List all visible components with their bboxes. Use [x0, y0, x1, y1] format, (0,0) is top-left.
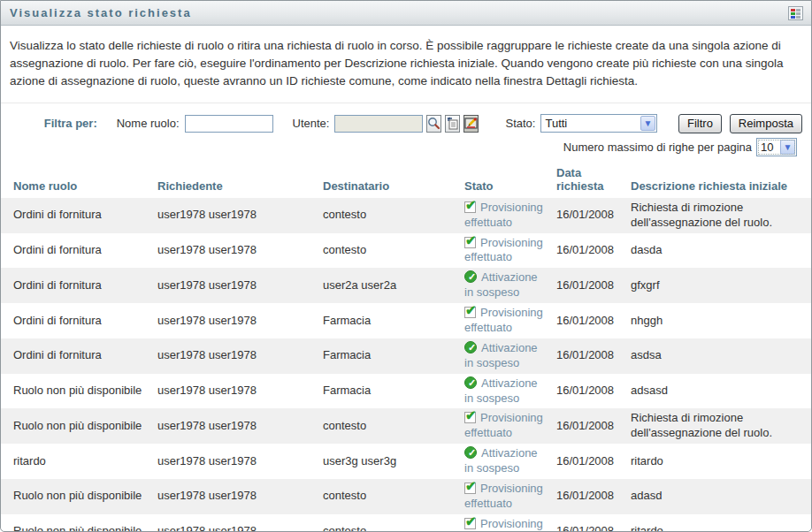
cell-role: Ruolo non più disponibile [1, 479, 157, 514]
cell-description: Richiesta di rimozione dell'assegnazione… [631, 408, 811, 444]
status-icon [464, 201, 476, 213]
status-select[interactable]: Tutti ▼ [540, 114, 657, 133]
status-icon [464, 307, 476, 318]
status-icon [464, 341, 477, 353]
col-recipient: Destinatario [323, 165, 464, 198]
filter-bar: Filtra per: Nome ruolo: Utente: [1, 103, 811, 158]
page-title: Visualizza stato richiesta [10, 6, 192, 19]
cell-date: 16/01/2008 [556, 268, 631, 303]
grid-cell-gray [796, 9, 801, 11]
cell-recipient: user2a user2a [323, 268, 464, 303]
cell-date: 16/01/2008 [556, 338, 631, 374]
search-icon[interactable] [426, 115, 441, 133]
cell-date: 16/01/2008 [556, 303, 631, 338]
clear-edit-icon[interactable] [463, 115, 479, 133]
col-role: Nome ruolo [1, 165, 157, 198]
status-icon [464, 412, 476, 423]
cell-date: 16/01/2008 [556, 198, 631, 233]
cell-date: 16/01/2008 [556, 408, 631, 444]
status-icon [464, 270, 477, 283]
status-icon [464, 446, 477, 459]
cell-requester: user1978 user1978 [157, 198, 323, 233]
status-label: Stato: [505, 117, 535, 130]
cell-role: Ordini di fornitura [1, 338, 157, 374]
role-name-label: Nome ruolo: [117, 117, 180, 130]
cell-role: Ruolo non più disponibile [1, 408, 157, 444]
cell-status: Provisioning effettuato [464, 198, 556, 233]
cell-requester: user1978 user1978 [157, 479, 323, 514]
grid-cell-gray [796, 12, 801, 15]
cell-status: Provisioning effettuato [464, 303, 556, 338]
cell-description: dasda [631, 233, 811, 269]
status-icon [464, 376, 477, 389]
cell-date: 16/01/2008 [556, 479, 631, 514]
request-status-table: Nome ruolo Richiedente Destinatario Stat… [1, 165, 811, 532]
col-description: Descrizione richiesta iniziale [631, 165, 811, 198]
cell-recipient: contesto [323, 233, 464, 269]
cell-recipient: Farmacia [323, 338, 464, 374]
filter-button[interactable]: Filtro [678, 114, 722, 133]
status-select-value: Tutti [545, 117, 640, 130]
cell-recipient: user3g user3g [323, 444, 464, 479]
cell-description: asdsa [631, 338, 811, 374]
grid-cell-gray [796, 16, 801, 19]
object-history-icon[interactable] [445, 115, 460, 133]
cell-description: Richiesta di rimozione dell'assegnazione… [631, 198, 811, 233]
cell-description: adasd [631, 479, 811, 514]
table-row: Ordini di fornitura user1978 user1978 co… [1, 233, 811, 269]
cell-status: Attivazione in sospeso [464, 268, 556, 303]
cell-status: Provisioning effettuato [464, 408, 556, 444]
cell-recipient: contesto [323, 198, 464, 233]
cell-status: Provisioning effettuato [464, 514, 556, 532]
col-status: Stato [464, 165, 556, 198]
cell-status: Provisioning effettuato [464, 233, 556, 269]
status-icon [464, 483, 476, 494]
table-row: Ruolo non più disponibile user1978 user1… [1, 374, 811, 409]
cell-description: adsasd [631, 374, 811, 409]
cell-date: 16/01/2008 [556, 374, 631, 409]
cell-role: Ruolo non più disponibile [1, 514, 157, 532]
grid-cell-red [791, 9, 795, 11]
cell-description: ritardo [631, 514, 811, 532]
table-row: Ruolo non più disponibile user1978 user1… [1, 479, 811, 514]
cell-role: ritardo [1, 444, 157, 479]
cell-date: 16/01/2008 [556, 233, 631, 269]
cell-date: 16/01/2008 [556, 514, 631, 532]
user-input[interactable] [334, 115, 423, 133]
table-header-row: Nome ruolo Richiedente Destinatario Stat… [1, 165, 811, 198]
cell-requester: user1978 user1978 [157, 303, 323, 338]
cell-role: Ordini di fornitura [1, 303, 157, 338]
chevron-down-icon: ▼ [780, 140, 795, 155]
cell-description: gfxgrf [631, 268, 811, 303]
cell-status: Provisioning effettuato [464, 479, 556, 514]
cell-description: ritardo [631, 444, 811, 479]
cell-requester: user1978 user1978 [157, 374, 323, 409]
cell-requester: user1978 user1978 [157, 444, 323, 479]
cell-requester: user1978 user1978 [157, 338, 323, 374]
rows-per-page-value: 10 [761, 141, 779, 154]
view-request-status-portlet: Visualizza stato richiesta Visualizza lo… [0, 0, 812, 532]
table-row: Ordini di fornitura user1978 user1978 us… [1, 268, 811, 303]
portlet-options-grid-icon[interactable] [788, 6, 803, 20]
cell-requester: user1978 user1978 [157, 408, 323, 444]
cell-recipient: Farmacia [323, 374, 464, 409]
table-row: Ordini di fornitura user1978 user1978 Fa… [1, 303, 811, 338]
col-date: Data richiesta [556, 165, 631, 198]
cell-requester: user1978 user1978 [157, 514, 323, 532]
status-icon [464, 237, 476, 248]
rows-per-page-select[interactable]: 10 ▼ [756, 138, 797, 156]
reset-button[interactable]: Reimposta [730, 114, 802, 133]
cell-recipient: contesto [323, 408, 464, 444]
cell-role: Ordini di fornitura [1, 198, 157, 233]
cell-role: Ordini di fornitura [1, 268, 157, 303]
cell-recipient: contesto [323, 514, 464, 532]
cell-status: Attivazione in sospeso [464, 374, 556, 409]
table-row: Ordini di fornitura user1978 user1978 Fa… [1, 338, 811, 374]
role-name-input[interactable] [185, 115, 273, 133]
table-row: Ordini di fornitura user1978 user1978 co… [1, 198, 811, 233]
grid-cell-blue [791, 16, 795, 19]
cell-status: Attivazione in sospeso [464, 338, 556, 374]
table-row: Ruolo non più disponibile user1978 user1… [1, 408, 811, 444]
table-row: Ruolo non più disponibile user1978 user1… [1, 514, 811, 532]
status-icon [464, 518, 476, 529]
